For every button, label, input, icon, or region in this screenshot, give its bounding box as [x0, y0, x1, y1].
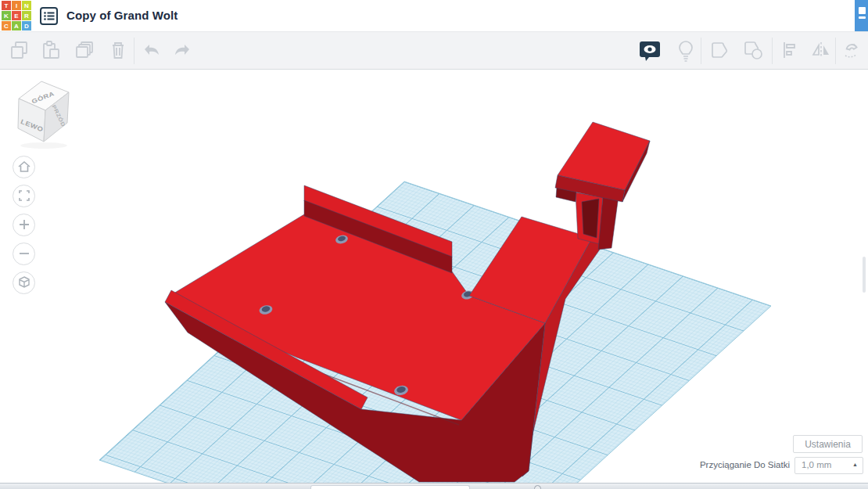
lightbulb-icon [675, 39, 697, 63]
zoom-in-button[interactable] [13, 214, 35, 236]
home-view-button[interactable] [13, 156, 35, 178]
paste-icon [40, 39, 62, 61]
logo-tile: K [2, 11, 11, 20]
paste-button[interactable] [39, 39, 63, 63]
snap-magnet-button[interactable] [840, 39, 863, 63]
magnet-icon [841, 39, 863, 61]
list-icon [39, 6, 59, 26]
delete-button[interactable] [106, 39, 130, 63]
zoom-in-icon [14, 214, 34, 235]
document-title: Copy of Grand Wolt [66, 9, 178, 22]
ungroup-button[interactable] [742, 39, 766, 63]
fit-view-icon [14, 185, 34, 206]
trash-icon [107, 39, 129, 61]
align-icon [778, 39, 800, 61]
perspective-toggle-button[interactable] [13, 271, 35, 294]
redo-arrow-icon [172, 39, 194, 61]
taskbar [0, 483, 868, 489]
redo-button[interactable] [171, 39, 195, 63]
align-button[interactable] [777, 39, 801, 63]
duplicate-icon [74, 39, 95, 61]
toolbar-separator [134, 38, 135, 64]
logo-tile: N [22, 1, 31, 10]
zoom-out-icon [14, 243, 34, 264]
account-glyph [859, 16, 866, 19]
zoom-out-button[interactable] [13, 243, 35, 265]
duplicate-button[interactable] [73, 39, 96, 63]
logo-tile: I [12, 1, 21, 10]
view-cube[interactable]: GÓRA LEWO PRZÓD [13, 77, 80, 150]
ungroup-icon [743, 39, 765, 61]
snap-grid-label: Przyciąganie Do Siatki [640, 460, 790, 469]
comment-eye-icon [638, 39, 662, 64]
settings-button[interactable]: Ustawienia [793, 435, 863, 453]
logo-tile: D [22, 21, 31, 31]
copy-icon [9, 39, 30, 61]
account-corner-button[interactable] [855, 0, 868, 31]
undo-button[interactable] [139, 39, 163, 63]
group-icon [709, 39, 731, 61]
toolbar-separator [835, 38, 836, 64]
toolbar-separator [701, 38, 701, 64]
flip-mirror-icon [810, 39, 832, 61]
toolbar-separator [772, 38, 773, 64]
flip-button[interactable] [809, 39, 833, 63]
home-icon [14, 156, 34, 177]
fit-view-button[interactable] [13, 185, 35, 207]
copy-button[interactable] [8, 39, 31, 63]
model-face [582, 199, 599, 238]
logo-tile: E [12, 11, 21, 20]
logo-tile: A [12, 21, 21, 31]
taskbar-search-box[interactable] [310, 485, 470, 489]
logo-tile: R [22, 11, 31, 20]
comments-button[interactable] [638, 39, 662, 63]
snap-grid-value: 1,0 mm [802, 460, 831, 469]
logo-tile: C [2, 21, 11, 31]
logo-tile: T [2, 1, 11, 10]
design-menu-button[interactable] [39, 6, 59, 26]
dropdown-caret-icon: ▲ [852, 462, 858, 467]
snap-grid-dropdown[interactable]: 1,0 mm ▲ [794, 457, 863, 474]
account-glyph [859, 7, 866, 14]
show-all-button[interactable] [674, 39, 698, 63]
scrollbar-hint[interactable] [863, 257, 866, 293]
top-bar: TINKERCAD Copy of Grand Wolt [0, 0, 868, 32]
toolbar [0, 32, 868, 70]
perspective-icon [14, 272, 34, 293]
taskbar-app-icon[interactable] [534, 485, 541, 489]
undo-arrow-icon [140, 39, 162, 61]
group-button[interactable] [708, 39, 732, 63]
3d-viewport[interactable] [0, 0, 868, 489]
tinkercad-logo[interactable]: TINKERCAD [2, 1, 31, 31]
